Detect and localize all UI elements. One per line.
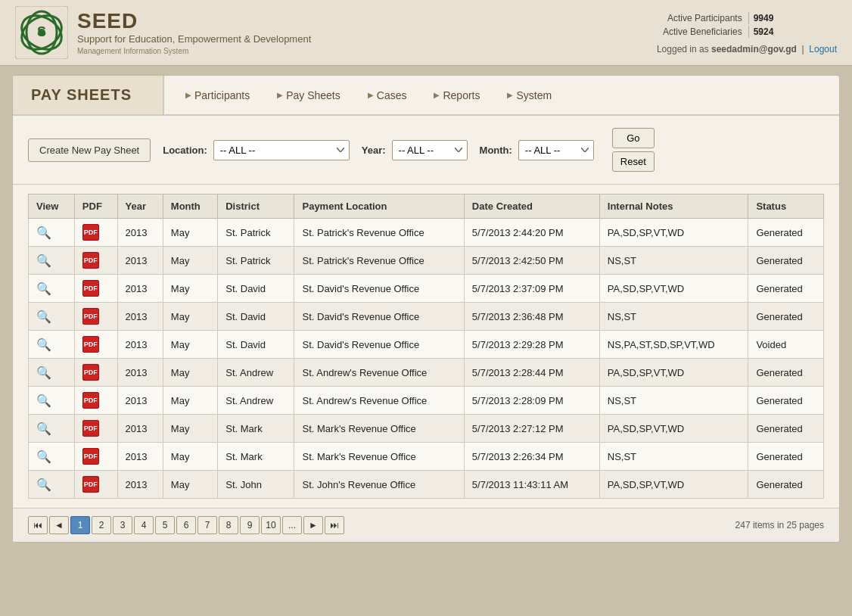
pdf-icon[interactable]: PDF <box>82 280 99 297</box>
view-icon[interactable]: 🔍 <box>36 394 51 407</box>
cell-district: St. Andrew <box>218 359 294 387</box>
pdf-icon[interactable]: PDF <box>82 420 99 437</box>
col-status: Status <box>748 194 824 219</box>
table-row: 🔍PDF2013MaySt. AndrewSt. Andrew's Revenu… <box>29 359 824 387</box>
view-icon[interactable]: 🔍 <box>36 450 51 463</box>
view-icon[interactable]: 🔍 <box>36 282 51 295</box>
view-icon[interactable]: 🔍 <box>36 254 51 267</box>
nav-arrow-reports: ▶ <box>434 91 440 99</box>
cell-date-created: 5/7/2013 2:36:48 PM <box>464 303 599 331</box>
nav-reports[interactable]: ▶ Reports <box>421 82 492 109</box>
year-select[interactable]: -- ALL -- <box>392 140 468 160</box>
pdf-icon[interactable]: PDF <box>82 476 99 493</box>
year-filter-group: Year: -- ALL -- <box>362 140 468 160</box>
cell-status: Generated <box>748 443 824 471</box>
page-5-button[interactable]: 5 <box>155 516 175 534</box>
page-7-button[interactable]: 7 <box>197 516 217 534</box>
location-select[interactable]: -- ALL -- <box>213 140 350 160</box>
table-row: 🔍PDF2013MaySt. MarkSt. Mark's Revenue Of… <box>29 415 824 443</box>
page-2-button[interactable]: 2 <box>92 516 111 534</box>
page-10-button[interactable]: 10 <box>261 516 281 534</box>
nav-arrow-system: ▶ <box>507 91 513 99</box>
col-payment-location: Payment Location <box>294 194 464 219</box>
cell-notes: NS,ST <box>599 303 748 331</box>
app-subtitle: Support for Education, Empowerment & Dev… <box>77 33 311 45</box>
view-icon[interactable]: 🔍 <box>36 226 51 239</box>
page-header: PAY SHEETS ▶ Participants ▶ Pay Sheets ▶… <box>13 76 839 116</box>
page-8-button[interactable]: 8 <box>219 516 238 534</box>
page-3-button[interactable]: 3 <box>113 516 132 534</box>
cell-status: Generated <box>748 471 824 499</box>
pdf-icon[interactable]: PDF <box>82 392 99 409</box>
cell-month: May <box>163 415 217 443</box>
pdf-icon[interactable]: PDF <box>82 252 99 269</box>
page-first-button[interactable]: ⏮ <box>28 516 48 534</box>
nav-cases[interactable]: ▶ Cases <box>356 82 419 109</box>
nav-pay-sheets[interactable]: ▶ Pay Sheets <box>265 82 353 109</box>
month-label: Month: <box>480 145 512 156</box>
page-next-button[interactable]: ► <box>303 516 323 534</box>
logo-area: S SEED Support for Education, Empowermen… <box>15 6 311 59</box>
cell-year: 2013 <box>117 359 163 387</box>
login-bar: Logged in as seedadmin@gov.gd | Logout <box>657 44 837 54</box>
pdf-icon[interactable]: PDF <box>82 224 99 241</box>
table-row: 🔍PDF2013MaySt. PatrickSt. Patrick's Reve… <box>29 219 824 247</box>
page-ellipsis-button[interactable]: ... <box>282 516 302 534</box>
cell-notes: NS,ST <box>599 387 748 415</box>
active-beneficiaries-value: 5924 <box>748 26 779 38</box>
page-nav: ⏮ ◄ 1 2 3 4 5 6 7 8 9 10 ... ► ⏭ <box>28 516 344 534</box>
page-title-box: PAY SHEETS <box>13 76 164 114</box>
nav-arrow-pay-sheets: ▶ <box>277 91 283 99</box>
cell-year: 2013 <box>117 275 163 303</box>
page-9-button[interactable]: 9 <box>240 516 260 534</box>
page-1-button[interactable]: 1 <box>70 516 90 534</box>
cell-month: May <box>163 247 217 275</box>
svg-text:S: S <box>37 24 46 39</box>
cell-payment-location: St. Andrew's Revenue Office <box>294 359 464 387</box>
month-select[interactable]: -- ALL -- <box>518 140 594 160</box>
cell-month: May <box>163 387 217 415</box>
app-name: SEED <box>77 9 311 33</box>
pdf-icon[interactable]: PDF <box>82 308 99 325</box>
cell-district: St. David <box>218 303 294 331</box>
top-bar: S SEED Support for Education, Empowermen… <box>0 0 852 66</box>
page-4-button[interactable]: 4 <box>134 516 154 534</box>
pdf-icon[interactable]: PDF <box>82 448 99 465</box>
cell-notes: NS,ST <box>599 247 748 275</box>
cell-district: St. David <box>218 275 294 303</box>
cell-payment-location: St. Mark's Revenue Office <box>294 443 464 471</box>
page-title: PAY SHEETS <box>31 86 145 104</box>
location-label: Location: <box>163 145 207 156</box>
cell-notes: NS,PA,ST,SD,SP,VT,WD <box>599 331 748 359</box>
pdf-icon[interactable]: PDF <box>82 364 99 381</box>
table-row: 🔍PDF2013MaySt. DavidSt. David's Revenue … <box>29 331 824 359</box>
cell-date-created: 5/7/2013 2:42:50 PM <box>464 247 599 275</box>
nav-participants-label: Participants <box>194 89 250 101</box>
view-icon[interactable]: 🔍 <box>36 338 51 351</box>
cell-year: 2013 <box>117 443 163 471</box>
nav-system[interactable]: ▶ System <box>495 82 564 109</box>
cell-district: St. Patrick <box>218 219 294 247</box>
top-right: Active Participants 9949 Active Benefici… <box>657 11 837 54</box>
pdf-icon[interactable]: PDF <box>82 336 99 353</box>
nav-system-label: System <box>516 89 552 101</box>
page-last-button[interactable]: ⏭ <box>325 516 344 534</box>
cell-month: May <box>163 219 217 247</box>
view-icon[interactable]: 🔍 <box>36 310 51 323</box>
create-new-pay-sheet-button[interactable]: Create New Pay Sheet <box>28 138 151 162</box>
view-icon[interactable]: 🔍 <box>36 366 51 379</box>
cell-date-created: 5/7/2013 2:28:44 PM <box>464 359 599 387</box>
nav-participants[interactable]: ▶ Participants <box>173 82 262 109</box>
reset-button[interactable]: Reset <box>612 151 655 172</box>
go-button[interactable]: Go <box>612 128 655 148</box>
page-6-button[interactable]: 6 <box>176 516 196 534</box>
cell-notes: PA,SD,SP,VT,WD <box>599 359 748 387</box>
view-icon[interactable]: 🔍 <box>36 422 51 435</box>
cell-date-created: 5/7/2013 2:27:12 PM <box>464 415 599 443</box>
logout-link[interactable]: Logout <box>809 44 837 54</box>
stats-table: Active Participants 9949 Active Benefici… <box>657 11 779 39</box>
app-system: Management Information System <box>77 47 188 55</box>
cell-notes: PA,SD,SP,VT,WD <box>599 275 748 303</box>
view-icon[interactable]: 🔍 <box>36 478 51 491</box>
page-prev-button[interactable]: ◄ <box>49 516 69 534</box>
